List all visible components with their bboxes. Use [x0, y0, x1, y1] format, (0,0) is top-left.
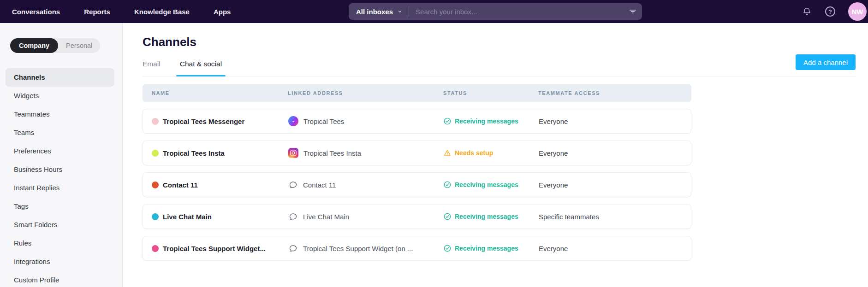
notifications-bell-icon[interactable] [802, 6, 812, 17]
sidebar-item[interactable]: Channels [6, 68, 114, 87]
instagram-icon [288, 148, 298, 158]
nav-item[interactable]: Apps [214, 8, 231, 16]
user-avatar[interactable]: NW [848, 2, 867, 21]
chevron-down-icon [397, 9, 403, 14]
nav-right-actions: NW [802, 0, 868, 23]
check-circle-icon [444, 117, 451, 125]
linked-address-cell: Tropical Tees [288, 116, 444, 126]
help-icon[interactable] [825, 6, 835, 17]
channels-table: NAME LINKED ADDRESS STATUS TEAMMATE ACCE… [143, 84, 691, 261]
teammate-access: Everyone [539, 181, 691, 189]
status-cell: Receiving messages [444, 245, 539, 252]
channel-color-dot [152, 182, 159, 188]
filter-icon[interactable] [628, 7, 637, 16]
toggle-company[interactable]: Company [10, 38, 58, 53]
sidebar-item[interactable]: Rules [6, 234, 114, 252]
check-circle-icon [444, 245, 451, 252]
top-nav: ConversationsReportsKnowledge BaseApps A… [0, 0, 868, 23]
sidebar-item[interactable]: Integrations [6, 252, 114, 271]
linked-address-cell: Live Chat Main [288, 212, 444, 222]
nav-item[interactable]: Knowledge Base [134, 8, 190, 16]
tab[interactable]: Chat & social [180, 60, 222, 76]
column-header-status: STATUS [443, 90, 538, 96]
search-scope-label: All inboxes [356, 8, 393, 16]
channel-name: Tropical Tees Insta [163, 149, 225, 157]
linked-address-cell: Contact 11 [288, 180, 444, 190]
table-row[interactable]: Live Chat Main Live Chat Main Receiving … [143, 204, 691, 229]
teammate-access: Everyone [539, 245, 691, 252]
channel-name-cell: Live Chat Main [143, 213, 288, 221]
main-content: Channels EmailChat & social Add a channe… [123, 23, 868, 287]
linked-address: Live Chat Main [303, 213, 349, 221]
sidebar-menu: ChannelsWidgetsTeammatesTeamsPreferences… [0, 68, 122, 287]
workspace-toggle: Company Personal [10, 38, 100, 53]
teammate-access: Everyone [539, 117, 691, 125]
sidebar-item[interactable]: Widgets [6, 87, 114, 105]
column-header-teammate-access: TEAMMATE ACCESS [538, 90, 691, 96]
table-body: Tropical Tees Messenger Tropical Tees Re… [143, 109, 691, 261]
sidebar-item[interactable]: Teams [6, 123, 114, 142]
linked-address: Tropical Tees Support Widget (on ... [303, 245, 413, 252]
chat-bubble-icon [288, 180, 298, 190]
linked-address: Tropical Tees [303, 117, 344, 125]
channel-color-dot [152, 213, 159, 220]
page-title: Channels [143, 35, 856, 49]
table-row[interactable]: Tropical Tees Support Widget... Tropical… [143, 236, 691, 261]
channel-name-cell: Tropical Tees Insta [143, 149, 288, 157]
status-text: Receiving messages [455, 117, 518, 125]
tabs: EmailChat & social [143, 60, 222, 76]
linked-address-cell: Tropical Tees Support Widget (on ... [288, 244, 444, 253]
column-header-linked-address: LINKED ADDRESS [288, 90, 443, 96]
nav-item[interactable]: Reports [84, 8, 110, 16]
settings-sidebar: Company Personal ChannelsWidgetsTeammate… [0, 23, 123, 287]
tab[interactable]: Email [143, 60, 161, 76]
channel-color-dot [152, 245, 159, 252]
channel-name-cell: Tropical Tees Messenger [143, 117, 288, 125]
channel-name-cell: Contact 11 [143, 181, 288, 189]
status-cell: Receiving messages [444, 181, 539, 188]
channel-color-dot [152, 118, 159, 125]
channel-name: Tropical Tees Support Widget... [163, 245, 266, 252]
status-text: Receiving messages [455, 245, 518, 252]
teammate-access: Specific teammates [539, 213, 691, 221]
channel-name: Live Chat Main [163, 213, 212, 221]
status-text: Receiving messages [455, 213, 518, 220]
table-row[interactable]: Tropical Tees Messenger Tropical Tees Re… [143, 109, 691, 134]
channel-name: Contact 11 [163, 181, 198, 189]
channel-color-dot [152, 150, 159, 157]
channel-name: Tropical Tees Messenger [163, 117, 244, 125]
sidebar-item[interactable]: Preferences [6, 142, 114, 160]
sidebar-item[interactable]: Instant Replies [6, 179, 114, 197]
table-header: NAME LINKED ADDRESS STATUS TEAMMATE ACCE… [143, 84, 691, 102]
linked-address: Tropical Tees Insta [303, 149, 361, 157]
linked-address-cell: Tropical Tees Insta [288, 148, 444, 158]
linked-address: Contact 11 [303, 181, 336, 189]
sidebar-item[interactable]: Smart Folders [6, 216, 114, 234]
nav-item[interactable]: Conversations [12, 8, 60, 16]
sidebar-item[interactable]: Teammates [6, 105, 114, 123]
channel-name-cell: Tropical Tees Support Widget... [143, 245, 288, 252]
add-channel-button[interactable]: Add a channel [796, 54, 856, 70]
teammate-access: Everyone [539, 149, 691, 157]
status-text: Receiving messages [455, 181, 518, 188]
messenger-icon [288, 116, 298, 126]
sidebar-item[interactable]: Tags [6, 197, 114, 216]
primary-nav: ConversationsReportsKnowledge BaseApps [0, 8, 231, 16]
column-header-name: NAME [143, 90, 288, 96]
chat-bubble-icon [288, 212, 298, 222]
table-row[interactable]: Tropical Tees Insta Tropical Tees Insta … [143, 141, 691, 165]
search-scope-dropdown[interactable]: All inboxes [349, 8, 409, 16]
status-cell: Needs setup [444, 149, 539, 157]
search-input[interactable]: Search your inbox... [409, 8, 628, 16]
status-text: Needs setup [455, 149, 493, 157]
status-cell: Receiving messages [444, 117, 539, 125]
status-cell: Receiving messages [444, 213, 539, 220]
table-row[interactable]: Contact 11 Contact 11 Receiving messages… [143, 172, 691, 197]
sidebar-item[interactable]: Custom Profile [6, 271, 114, 287]
sidebar-item[interactable]: Business Hours [6, 160, 114, 179]
inbox-search-bar[interactable]: All inboxes Search your inbox... [349, 3, 642, 20]
toggle-personal[interactable]: Personal [58, 38, 100, 53]
check-circle-icon [444, 181, 451, 188]
chat-bubble-icon [288, 244, 298, 253]
check-circle-icon [444, 213, 451, 220]
